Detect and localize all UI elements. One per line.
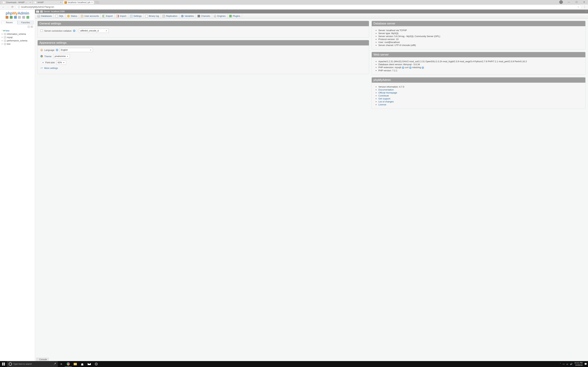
pma-link-contribute[interactable]: Contribute: [378, 94, 389, 97]
maintab-engines[interactable]: Engines: [212, 13, 227, 18]
document-icon: [3, 1, 5, 4]
wifi-icon[interactable]: ⚍: [566, 363, 568, 365]
webserver-line: Apache/2.2.31 (Win32) DAV/2 mod_ssl/2.2.…: [378, 60, 583, 63]
pma-link-list-of-changes[interactable]: List of changes: [378, 100, 394, 103]
browser-tab-1[interactable]: MAMP ×: [32, 0, 63, 4]
home-icon[interactable]: [6, 16, 9, 19]
database-item[interactable]: +information_schema: [1, 32, 34, 36]
database-item[interactable]: +test: [1, 42, 34, 46]
browser-titlebar: Downloads - MAMP & M × MAMP × localhost …: [0, 0, 588, 4]
sidebar-tab-favorites[interactable]: Favorites: [17, 21, 34, 25]
pma-link-license[interactable]: License: [378, 103, 386, 106]
server-label[interactable]: Server: localhost:3306: [44, 10, 65, 13]
database-item[interactable]: +performance_schema: [1, 39, 34, 42]
taskbar-app-explorer[interactable]: [72, 361, 79, 367]
pma-link-official-homepage[interactable]: Official Homepage: [378, 92, 397, 94]
forward-button[interactable]: →: [6, 5, 10, 9]
address-bar[interactable]: i localhost/phpMyAdmin/?lang=en ☆: [16, 5, 581, 9]
sidebar-tab-recent[interactable]: Recent: [1, 21, 17, 25]
new-database-link[interactable]: └ ✚ New: [1, 29, 34, 32]
minimize-button[interactable]: —: [565, 0, 573, 4]
pma-link-documentation[interactable]: Documentation: [378, 88, 394, 91]
back-button[interactable]: ←: [1, 5, 6, 9]
more-settings-link[interactable]: More settings: [44, 67, 58, 69]
new-tab-button[interactable]: [95, 1, 100, 4]
maintab-settings[interactable]: Settings: [128, 13, 144, 18]
page-settings-icon[interactable]: ⌃: [585, 10, 587, 13]
help-icon[interactable]: ?: [73, 30, 75, 32]
maintab-user-accounts[interactable]: User accounts: [79, 13, 101, 18]
maintab-binary-log[interactable]: Binary log: [144, 13, 161, 18]
expand-icon[interactable]: +: [1, 36, 3, 39]
maintab-charsets[interactable]: Charsets: [196, 13, 212, 18]
maintab-export[interactable]: Export: [101, 13, 115, 18]
browser-tab-0[interactable]: Downloads - MAMP & M ×: [1, 0, 33, 4]
theme-icon: [40, 55, 43, 58]
language-select[interactable]: English: [60, 48, 93, 52]
close-window-button[interactable]: ✕: [580, 0, 588, 4]
docs-icon[interactable]: [14, 16, 17, 19]
maintab-sql[interactable]: SQL: [54, 13, 65, 18]
help-icon[interactable]: ?: [409, 67, 412, 69]
expand-icon[interactable]: +: [1, 40, 3, 42]
logout-icon[interactable]: [10, 16, 13, 19]
taskbar-clock[interactable]: 10:21 PM 10/30/18: [574, 362, 583, 366]
theme-label[interactable]: Theme:: [44, 55, 52, 58]
phpmyadmin-icon: [64, 1, 67, 4]
taskbar-app-store[interactable]: [79, 361, 86, 367]
status-icon: [67, 15, 70, 17]
account-icon[interactable]: •: [557, 0, 565, 4]
maintab-plugins[interactable]: Plugins: [227, 13, 242, 18]
navpanel-settings-icon[interactable]: [18, 16, 21, 19]
reload-button[interactable]: ⟳: [10, 5, 15, 9]
help-icon[interactable]: ?: [56, 49, 58, 51]
tray-chevron-icon[interactable]: ˄: [560, 363, 561, 365]
collation-select[interactable]: utf8mb4_unicode_ci: [79, 29, 109, 33]
theme-select[interactable]: pmahomme: [53, 54, 70, 58]
close-icon[interactable]: ×: [60, 1, 61, 3]
maintab-databases[interactable]: Databases: [36, 13, 54, 18]
dbserver-info-item: Server charset: UTF-8 Unicode (utf8): [378, 44, 583, 47]
font-size-select[interactable]: 82%: [57, 60, 66, 65]
maintab-variables[interactable]: Variables: [179, 13, 196, 18]
taskbar-app-mail[interactable]: [86, 361, 93, 367]
close-icon[interactable]: ×: [30, 1, 31, 3]
phpmyadmin-logo[interactable]: phpMyAdmin: [0, 11, 35, 16]
task-view-button[interactable]: ⧉: [58, 361, 65, 367]
volume-icon[interactable]: 🔊: [570, 363, 573, 365]
font-size-label: Font size:: [45, 61, 55, 64]
import-icon: [116, 15, 119, 17]
notifications-icon[interactable]: 💬: [584, 363, 587, 365]
site-info-icon[interactable]: i: [18, 6, 20, 8]
chrome-menu-button[interactable]: ⋮: [582, 5, 587, 8]
browser-tab-2[interactable]: localhost / localhost | ph ×: [63, 0, 94, 4]
vars-icon: [181, 15, 184, 17]
battery-icon[interactable]: ▭: [563, 363, 564, 365]
bookmark-icon[interactable]: ☆: [577, 6, 579, 8]
collapse-all-button[interactable]: −: [27, 25, 30, 28]
gear-icon[interactable]: [22, 16, 25, 19]
reload-icon[interactable]: [26, 16, 29, 19]
maintab-replication[interactable]: Replication: [161, 13, 179, 18]
taskbar-app-chrome[interactable]: [65, 361, 72, 367]
link-icon[interactable]: ∞: [31, 25, 33, 28]
close-icon[interactable]: ×: [91, 1, 93, 3]
panel-title: Web server: [372, 52, 585, 57]
help-icon[interactable]: ?: [402, 67, 404, 69]
taskbar-search[interactable]: Type here to search 🎤: [7, 361, 58, 367]
nav-collapse-button[interactable]: ←: [36, 10, 39, 13]
start-button[interactable]: [0, 361, 7, 367]
pma-link-get-support[interactable]: Get support: [378, 97, 390, 100]
taskbar-app-generic[interactable]: [93, 361, 100, 367]
database-server-panel: Database server Server: localhost via TC…: [372, 21, 586, 50]
console-button[interactable]: ▦ Console: [36, 358, 42, 361]
expand-icon[interactable]: +: [1, 43, 3, 45]
help-icon[interactable]: ?: [422, 67, 424, 69]
maintab-import[interactable]: Import: [115, 13, 128, 18]
expand-icon[interactable]: +: [1, 33, 3, 35]
mic-icon[interactable]: 🎤: [53, 363, 56, 365]
database-icon: [4, 36, 6, 38]
maintab-status[interactable]: Status: [65, 13, 79, 18]
maximize-button[interactable]: ☐: [573, 0, 580, 4]
database-item[interactable]: +mysql: [1, 36, 34, 39]
